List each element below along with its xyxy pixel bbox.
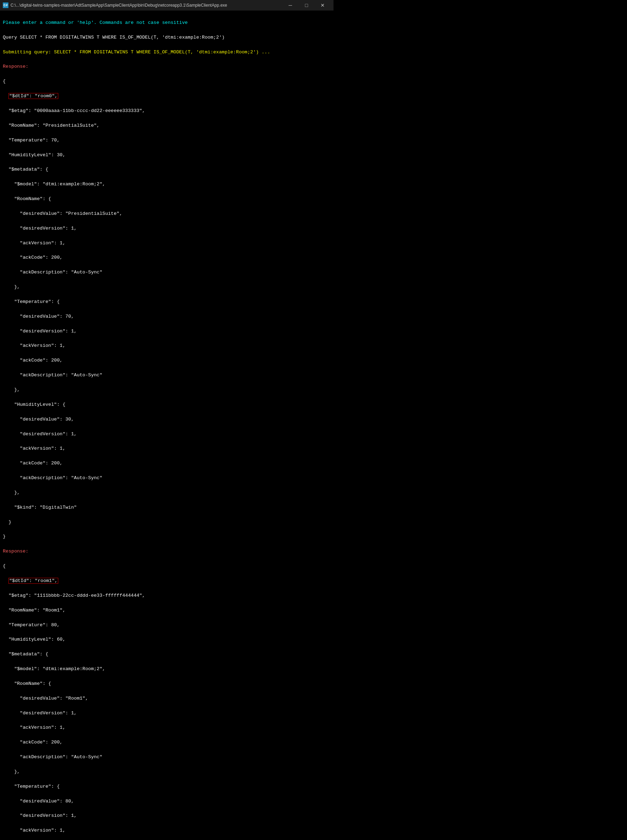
terminal-window: C# C:\...\digital-twins-samples-master\A… [0, 0, 334, 840]
response1-humid-ad: "ackDescription": "Auto-Sync" [3, 475, 331, 482]
response2-etag: "$etag": "1111bbbb-22cc-dddd-ee33-ffffff… [3, 592, 331, 599]
response2-open-brace: { [3, 563, 331, 570]
response2-temp-av: "ackVersion": 1, [3, 827, 331, 834]
room1-dtid-highlight: "$dtId": "room1", [8, 578, 58, 584]
terminal-output[interactable]: Please enter a command or 'help'. Comman… [0, 11, 334, 840]
response1-rn-dv: "desiredValue": "PresidentialSuite", [3, 210, 331, 218]
response2-roomname: "RoomName": "Room1", [3, 607, 331, 614]
title-bar-left: C# C:\...\digital-twins-samples-master\A… [3, 2, 227, 8]
response1-etag: "$etag": "0000aaaa-11bb-cccc-dd22-eeeeee… [3, 107, 331, 115]
response1-model: "$model": "dtmi:example:Room;2", [3, 181, 331, 188]
app-icon: C# [3, 2, 8, 8]
response1-temp-av: "ackVersion": 1, [3, 342, 331, 349]
response2-rn-dv: "desiredValue": "Room1", [3, 695, 331, 702]
response1-rn-ac: "ackCode": 200, [3, 254, 331, 261]
response2-rn-close: }, [3, 768, 331, 776]
response1-temp-dv: "desiredValue": 70, [3, 313, 331, 321]
response1-rn-ad: "ackDescription": "Auto-Sync" [3, 269, 331, 276]
response1-open-brace: { [3, 78, 331, 85]
response1-dtid: "$dtId": "room0", [3, 93, 331, 100]
response1-temp: "Temperature": 70, [3, 137, 331, 144]
response1-humid-dvr: "desiredVersion": 1, [3, 431, 331, 438]
response1-rn-close: }, [3, 284, 331, 291]
response2-rn-av: "ackVersion": 1, [3, 724, 331, 731]
prompt-top: Please enter a command or 'help'. Comman… [3, 19, 331, 27]
response2-dtid: "$dtId": "room1", [3, 577, 331, 585]
response1-rn-open: "RoomName": { [3, 195, 331, 203]
response2-temp-dvr: "desiredVersion": 1, [3, 812, 331, 820]
response1-temp-open: "Temperature": { [3, 298, 331, 306]
response2-rn-ac: "ackCode": 200, [3, 739, 331, 746]
response2-temp-open: "Temperature": { [3, 783, 331, 791]
response1-roomname: "RoomName": "PresidentialSuite", [3, 122, 331, 129]
response2-temp: "Temperature": 80, [3, 622, 331, 629]
response2-temp-dv: "desiredValue": 80, [3, 798, 331, 805]
submitting-line: Submitting query: SELECT * FROM DIGITALT… [3, 49, 331, 56]
response1-humid-ac: "ackCode": 200, [3, 460, 331, 467]
close-button[interactable]: ✕ [315, 0, 331, 11]
response1-temp-close: }, [3, 387, 331, 394]
room0-dtid-highlight: "$dtId": "room0", [8, 93, 58, 99]
window-title: C:\...\digital-twins-samples-master\AdtS… [11, 3, 227, 8]
response1-close-brace: } [3, 533, 331, 541]
window-controls: ─ □ ✕ [282, 0, 331, 11]
response2-rn-dvr: "desiredVersion": 1, [3, 710, 331, 717]
response1-temp-ac: "ackCode": 200, [3, 357, 331, 364]
title-bar: C# C:\...\digital-twins-samples-master\A… [0, 0, 334, 11]
response1-metadata-open: "$metadata": { [3, 166, 331, 173]
query-input: Query SELECT * FROM DIGITALTWINS T WHERE… [3, 34, 331, 41]
response2-label: Response: [3, 548, 331, 555]
response1-temp-dvr: "desiredVersion": 1, [3, 328, 331, 335]
response1-rn-dvr: "desiredVersion": 1, [3, 225, 331, 232]
response1-humid-av: "ackVersion": 1, [3, 445, 331, 453]
response1-temp-ad: "ackDescription": "Auto-Sync" [3, 372, 331, 379]
response1-rn-av: "ackVersion": 1, [3, 240, 331, 247]
response2-humidity: "HumidityLevel": 60, [3, 636, 331, 643]
response1-humid-close: }, [3, 489, 331, 497]
response2-rn-open: "RoomName": { [3, 680, 331, 687]
response2-rn-ad: "ackDescription": "Auto-Sync" [3, 753, 331, 761]
maximize-button[interactable]: □ [298, 0, 315, 11]
response1-humid-open: "HumidityLevel": { [3, 401, 331, 409]
response2-model: "$model": "dtmi:example:Room;2", [3, 665, 331, 673]
response1-metadata-close: } [3, 519, 331, 526]
minimize-button[interactable]: ─ [282, 0, 298, 11]
response1-humidity: "HumidityLevel": 30, [3, 152, 331, 159]
response1-kind: "$kind": "DigitalTwin" [3, 504, 331, 511]
response2-metadata-open: "$metadata": { [3, 651, 331, 658]
response1-label: Response: [3, 63, 331, 71]
response1-humid-dv: "desiredValue": 30, [3, 416, 331, 423]
